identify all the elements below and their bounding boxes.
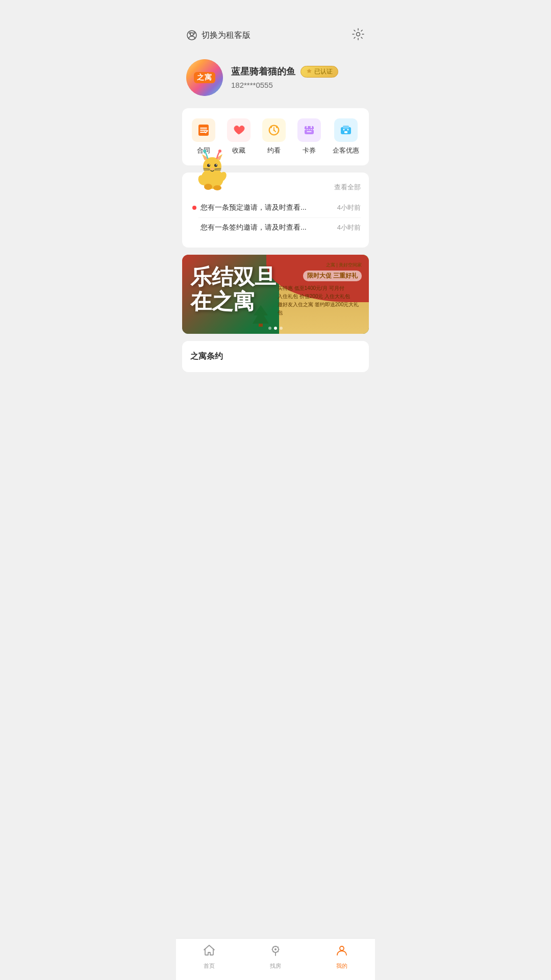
tree-decoration (252, 304, 270, 329)
banner-dot-2 (280, 327, 283, 330)
enterprise-icon (334, 118, 358, 142)
action-coupon[interactable]: 卡券 (297, 118, 321, 155)
mine-icon (335, 944, 348, 960)
profile-info: 蓝星骑着猫的鱼 已认证 182****0555 (231, 65, 365, 90)
nav-mine-label: 我的 (336, 962, 347, 970)
banner-line1: 乐结双旦 (190, 265, 276, 289)
banner-dot-0 (268, 327, 271, 330)
action-enterprise[interactable]: 企客优惠 (333, 118, 359, 155)
profile-phone: 182****0555 (231, 81, 273, 89)
settings-button[interactable] (352, 28, 365, 43)
nav-find-label: 找房 (270, 962, 281, 970)
svg-rect-7 (270, 126, 272, 128)
clause-title: 之寓条约 (190, 352, 223, 360)
svg-point-6 (273, 130, 274, 131)
banner-card[interactable]: 乐结双旦 在之寓 之寓 | 美好空间家 限时大促 三重好礼 买特惠 低至1400… (182, 255, 369, 334)
switch-icon (186, 30, 197, 41)
svg-marker-35 (253, 310, 269, 324)
clause-card[interactable]: 之寓条约 (182, 341, 369, 372)
svg-point-14 (343, 129, 344, 131)
svg-point-25 (209, 164, 210, 165)
nav-home-label: 首页 (204, 962, 215, 970)
svg-rect-11 (311, 126, 312, 128)
avatar[interactable]: 之寓 (186, 59, 223, 96)
profile-section: 之寓 蓝星骑着猫的鱼 已认证 182****0555 (176, 51, 375, 108)
bottom-nav: 首页 找房 我的 (176, 938, 375, 980)
svg-point-23 (207, 164, 210, 167)
mascot-area (189, 147, 235, 193)
nav-home[interactable]: 首页 (176, 944, 242, 970)
banner-promo: 之寓 | 美好空间家 限时大促 三重好礼 买特惠 低至1400元/月 可月付 入… (278, 262, 362, 317)
mascot-icon (189, 147, 235, 193)
banner-promo-1: 入住礼包 价值200元 入住大礼包 (278, 292, 362, 301)
view-all-label: 查看全部 (334, 183, 361, 191)
home-icon (203, 944, 216, 960)
banner-promo-0: 买特惠 低至1400元/月 可月付 (278, 284, 362, 292)
notification-wrapper: 查看全部 您有一条预定邀请，请及时查看... 4小时前 您有一条签约邀请，请及时… (176, 173, 375, 248)
coupon-label: 卡券 (303, 146, 316, 155)
notification-text-0: 您有一条预定邀请，请及时查看... (198, 203, 307, 212)
notification-time-1: 4小时前 (337, 223, 361, 232)
switch-label: 切换为租客版 (202, 30, 251, 41)
notification-text-1: 您有一条签约邀请，请及时查看... (198, 223, 307, 232)
banner-promo-2: 邀好友入住之寓 签约即送200元大礼包 (278, 301, 362, 317)
svg-point-33 (213, 185, 221, 190)
coupon-icon (297, 118, 321, 142)
contract-icon (192, 118, 215, 142)
svg-rect-9 (305, 126, 314, 134)
svg-point-38 (274, 948, 277, 950)
banner-dot-1 (274, 327, 277, 330)
notification-time-0: 4小时前 (337, 203, 361, 212)
profile-name-row: 蓝星骑着猫的鱼 已认证 (231, 65, 365, 78)
banner-promo-items: 买特惠 低至1400元/月 可月付 入住礼包 价值200元 入住大礼包 邀好友入… (278, 284, 362, 317)
switch-tenant-button[interactable]: 切换为租客版 (186, 30, 251, 41)
svg-rect-10 (307, 126, 308, 128)
appointment-label: 约看 (267, 146, 281, 155)
svg-point-24 (214, 164, 217, 167)
svg-rect-36 (259, 324, 263, 327)
verified-text: 已认证 (314, 67, 333, 76)
collect-icon (227, 118, 251, 142)
svg-rect-16 (344, 131, 347, 133)
action-appointment[interactable]: 约看 (262, 118, 286, 155)
appointment-icon (262, 118, 286, 142)
notification-item-1[interactable]: 您有一条签约邀请，请及时查看... 4小时前 (198, 218, 361, 237)
verified-badge: 已认证 (300, 66, 338, 78)
svg-point-1 (190, 33, 193, 36)
find-icon (269, 944, 282, 960)
svg-point-27 (211, 168, 213, 170)
svg-point-29 (218, 150, 221, 153)
banner-brand: 之寓 | 美好空间家 (278, 262, 362, 268)
enterprise-label: 企客优惠 (333, 146, 359, 155)
banner-promo-title: 限时大促 三重好礼 (303, 271, 362, 281)
svg-point-28 (203, 150, 206, 153)
svg-point-18 (203, 157, 221, 176)
notification-item-0[interactable]: 您有一条预定邀请，请及时查看... 4小时前 (198, 198, 361, 218)
avatar-text: 之寓 (194, 72, 215, 83)
svg-point-15 (347, 129, 348, 131)
svg-point-39 (340, 946, 344, 950)
nav-find[interactable]: 找房 (242, 944, 309, 970)
svg-rect-13 (343, 126, 349, 129)
svg-point-2 (357, 33, 360, 36)
nav-mine[interactable]: 我的 (309, 944, 375, 970)
svg-point-32 (204, 184, 212, 190)
svg-rect-8 (276, 126, 278, 128)
profile-name: 蓝星骑着猫的鱼 (231, 65, 295, 78)
banner-inner: 乐结双旦 在之寓 之寓 | 美好空间家 限时大促 三重好礼 买特惠 低至1400… (182, 255, 369, 334)
unread-dot (192, 206, 196, 210)
banner-dots (268, 327, 283, 330)
svg-point-26 (216, 164, 217, 165)
top-bar: 切换为租客版 (176, 0, 375, 51)
